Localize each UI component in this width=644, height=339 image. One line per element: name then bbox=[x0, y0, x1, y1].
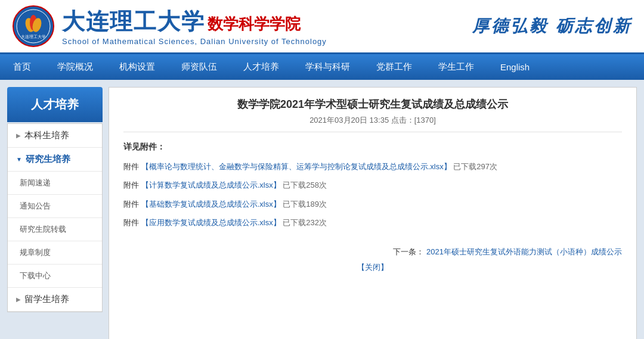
sidebar-label-undergrad: 本科生培养 bbox=[24, 130, 69, 141]
download-count-1: 已下载258次 bbox=[283, 181, 327, 189]
attachment-item-0: 附件 【概率论与数理统计、金融数学与保险精算、运筹学与控制论复试成绩及总成绩公示… bbox=[123, 157, 622, 176]
nav-item-faculty[interactable]: 师资队伍 bbox=[168, 54, 230, 80]
attachment-link-2[interactable]: 【基础数学复试成绩及总成绩公示.xlsx】 bbox=[141, 200, 281, 209]
logo-text-area: 大连理工大学 数学科学学院 School of Mathematical Sci… bbox=[62, 7, 327, 46]
sidebar: 人才培养 ▶ 本科生培养 ▼ 研究生培养 新闻速递 通知公告 研究生院转载 规章… bbox=[7, 87, 103, 339]
nav-item-student[interactable]: 学生工作 bbox=[425, 54, 487, 80]
slogan: 厚德弘毅 砺志创新 bbox=[472, 15, 632, 38]
sidebar-label-intl: 留学生培养 bbox=[24, 294, 69, 305]
sidebar-label-notice: 通知公告 bbox=[20, 201, 51, 212]
sidebar-item-news[interactable]: 新闻速递 bbox=[8, 172, 102, 195]
arrow-right-icon: ▶ bbox=[16, 132, 21, 139]
nav-item-talent[interactable]: 人才培养 bbox=[230, 54, 292, 80]
sidebar-item-undergrad[interactable]: ▶ 本科生培养 bbox=[8, 124, 102, 148]
arrow-down-icon: ▼ bbox=[16, 156, 22, 163]
page-header: 大连理工大学 大连理工大学 数学科学学院 School of Mathemati… bbox=[0, 0, 644, 54]
sidebar-label-repost: 研究生院转载 bbox=[20, 224, 66, 235]
content-area: 数学学院2021年学术型硕士研究生复试成绩及总成绩公示 2021年03月20日 … bbox=[109, 87, 637, 339]
nav-item-about[interactable]: 学院概况 bbox=[44, 54, 106, 80]
nav-item-home[interactable]: 首页 bbox=[0, 54, 44, 80]
sidebar-label-rules: 规章制度 bbox=[20, 247, 51, 258]
arrow-right-icon-intl: ▶ bbox=[16, 296, 21, 303]
attachment-item-1: 附件 【计算数学复试成绩及总成绩公示.xlsx】 已下载258次 bbox=[123, 176, 622, 194]
sidebar-label-download: 下载中心 bbox=[20, 270, 51, 281]
detail-intro: 详见附件： bbox=[123, 142, 622, 153]
attachment-prefix-2: 附件 bbox=[123, 200, 139, 209]
school-name: 数学科学学院 bbox=[208, 14, 301, 35]
sidebar-item-grad[interactable]: ▼ 研究生培养 bbox=[8, 148, 102, 172]
attachment-link-3[interactable]: 【应用数学复试成绩及总成绩公示.xlsx】 bbox=[141, 218, 281, 227]
sidebar-label-grad: 研究生培养 bbox=[26, 154, 70, 165]
logo-area: 大连理工大学 大连理工大学 数学科学学院 School of Mathemati… bbox=[12, 5, 327, 48]
sidebar-item-repost[interactable]: 研究生院转载 bbox=[8, 218, 102, 241]
sidebar-item-intl[interactable]: ▶ 留学生培养 bbox=[8, 288, 102, 312]
download-count-0: 已下载297次 bbox=[453, 162, 497, 171]
attachment-prefix-3: 附件 bbox=[123, 218, 139, 227]
svg-text:大连理工大学: 大连理工大学 bbox=[21, 35, 46, 39]
sidebar-item-rules[interactable]: 规章制度 bbox=[8, 241, 102, 265]
sidebar-item-download[interactable]: 下载中心 bbox=[8, 265, 102, 288]
next-label: 下一条： bbox=[393, 247, 424, 256]
article-title: 数学学院2021年学术型硕士研究生复试成绩及总成绩公示 bbox=[123, 97, 622, 111]
attachment-list: 附件 【概率论与数理统计、金融数学与保险精算、运筹学与控制论复试成绩及总成绩公示… bbox=[123, 157, 622, 232]
sidebar-item-notice[interactable]: 通知公告 bbox=[8, 195, 102, 218]
nav-item-party[interactable]: 党群工作 bbox=[363, 54, 425, 80]
nav-item-research[interactable]: 学科与科研 bbox=[292, 54, 363, 80]
next-article: 下一条： 2021年硕士研究生复试外语能力测试（小语种）成绩公示 bbox=[123, 247, 622, 257]
attachment-link-0[interactable]: 【概率论与数理统计、金融数学与保险精算、运筹学与控制论复试成绩及总成绩公示.xl… bbox=[141, 162, 451, 171]
sidebar-title: 人才培养 bbox=[7, 87, 103, 122]
sidebar-label-news: 新闻速递 bbox=[20, 178, 51, 188]
school-emblem-icon: 大连理工大学 bbox=[12, 5, 55, 48]
sidebar-menu: ▶ 本科生培养 ▼ 研究生培养 新闻速递 通知公告 研究生院转载 规章制度 下载… bbox=[7, 123, 103, 312]
download-count-2: 已下载189次 bbox=[283, 200, 327, 209]
attachment-link-1[interactable]: 【计算数学复试成绩及总成绩公示.xlsx】 bbox=[141, 181, 281, 189]
close-button-area: 【关闭】 bbox=[123, 262, 622, 273]
close-button[interactable]: 【关闭】 bbox=[357, 263, 388, 272]
attachment-item-3: 附件 【应用数学复试成绩及总成绩公示.xlsx】 已下载232次 bbox=[123, 213, 622, 232]
attachment-prefix-1: 附件 bbox=[123, 181, 139, 189]
school-name-english: School of Mathematical Sciences, Dalian … bbox=[62, 37, 327, 46]
download-count-3: 已下载232次 bbox=[283, 218, 327, 227]
attachment-prefix-0: 附件 bbox=[123, 162, 139, 171]
nav-item-english[interactable]: English bbox=[487, 54, 543, 80]
article-meta: 2021年03月20日 13:35 点击：[1370] bbox=[123, 115, 622, 132]
next-article-link[interactable]: 2021年硕士研究生复试外语能力测试（小语种）成绩公示 bbox=[426, 247, 622, 256]
university-name: 大连理工大学 bbox=[62, 7, 205, 37]
main-nav: 首页 学院概况 机构设置 师资队伍 人才培养 学科与科研 党群工作 学生工作 E… bbox=[0, 54, 644, 80]
nav-item-org[interactable]: 机构设置 bbox=[106, 54, 168, 80]
attachment-item-2: 附件 【基础数学复试成绩及总成绩公示.xlsx】 已下载189次 bbox=[123, 195, 622, 213]
main-layout: 人才培养 ▶ 本科生培养 ▼ 研究生培养 新闻速递 通知公告 研究生院转载 规章… bbox=[0, 80, 644, 339]
